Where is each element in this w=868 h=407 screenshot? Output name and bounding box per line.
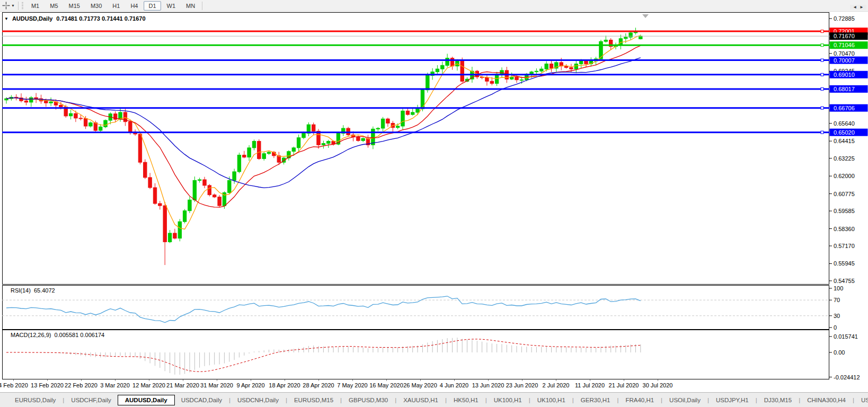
date-label: 30 Jul 2020 bbox=[632, 382, 683, 388]
main-chart-canvas[interactable]: 0.728850.704700.692450.656400.644150.632… bbox=[0, 12, 868, 285]
date-axis[interactable]: 4 Feb 202013 Feb 202022 Feb 20203 Mar 20… bbox=[0, 379, 868, 392]
line-handle bbox=[821, 131, 823, 134]
toolbar-separator bbox=[202, 2, 202, 10]
tab-scroll-arrows: ◄► bbox=[850, 5, 866, 10]
svg-text:0.68017: 0.68017 bbox=[834, 86, 855, 92]
svg-text:100: 100 bbox=[834, 285, 843, 291]
tab-usdcad-daily[interactable]: USDCAD,Daily bbox=[175, 395, 228, 405]
crosshair-tool-icon[interactable] bbox=[1, 1, 11, 11]
rsi-canvas[interactable]: 10070300 bbox=[0, 285, 868, 330]
svg-text:0.66706: 0.66706 bbox=[834, 105, 855, 111]
chart-symbol-period: AUDUSD,Daily bbox=[12, 15, 52, 22]
date-tick bbox=[47, 379, 48, 381]
line-handle bbox=[821, 59, 823, 61]
svg-text:0.65640: 0.65640 bbox=[834, 120, 855, 127]
date-tick bbox=[318, 379, 319, 381]
chart-tabs: EURUSD,Daily|USDCHF,DailyAUDUSD,DailyUSD… bbox=[0, 392, 868, 407]
svg-text:0.57170: 0.57170 bbox=[834, 243, 855, 249]
date-tick bbox=[386, 379, 387, 381]
svg-text:0.70007: 0.70007 bbox=[834, 57, 855, 64]
chart-ohlc-values: 0.71481 0.71773 0.71441 0.71670 bbox=[56, 15, 145, 22]
tab-usoil-h4[interactable]: USOil,H4 bbox=[855, 395, 868, 405]
main-chart-panel: 0.728850.704700.692450.656400.644150.632… bbox=[0, 12, 868, 285]
tab-hk50-h1[interactable]: HK50,H1 bbox=[447, 395, 485, 405]
timeframe-button-h1[interactable]: H1 bbox=[108, 1, 125, 11]
date-tick bbox=[454, 379, 455, 381]
date-tick bbox=[251, 379, 251, 381]
slow-ma-line bbox=[6, 58, 641, 188]
chart-title: ▼ AUDUSD,Daily 0.71481 0.71773 0.71441 0… bbox=[4, 15, 146, 22]
tab-eurusd-daily[interactable]: EURUSD,Daily bbox=[8, 395, 62, 405]
tab-ger30-h1[interactable]: GER30,H1 bbox=[574, 395, 617, 405]
line-handle bbox=[821, 107, 823, 109]
macd-panel: 0.0157410.00-0.024412 MACD(12,26,9) 0.00… bbox=[0, 330, 868, 379]
trading-platform-window: ▼ M1M5M15M30H1H4D1W1MN 0.728850.704700.6… bbox=[0, 0, 868, 407]
svg-text:0.71670: 0.71670 bbox=[834, 33, 855, 39]
date-tick bbox=[624, 379, 624, 381]
date-tick bbox=[352, 379, 353, 381]
svg-text:0: 0 bbox=[834, 324, 837, 330]
line-handle bbox=[821, 87, 823, 90]
svg-text:0.59585: 0.59585 bbox=[834, 208, 855, 214]
svg-text:0.60775: 0.60775 bbox=[834, 191, 855, 197]
tab-uk100-h1[interactable]: UK100,H1 bbox=[488, 395, 528, 405]
tab-xauusd-h1[interactable]: XAUUSD,H1 bbox=[397, 395, 445, 405]
tab-usdchf-daily[interactable]: USDCHF,Daily bbox=[65, 395, 117, 405]
line-handle bbox=[821, 73, 823, 76]
line-handle bbox=[821, 44, 823, 47]
svg-text:-0.024412: -0.024412 bbox=[834, 374, 860, 379]
timeframe-button-m1[interactable]: M1 bbox=[26, 1, 44, 11]
svg-text:0.58360: 0.58360 bbox=[834, 226, 855, 232]
tab-fra40-h1[interactable]: FRA40,H1 bbox=[619, 395, 660, 405]
timeframe-button-d1[interactable]: D1 bbox=[144, 1, 161, 11]
svg-text:0.00: 0.00 bbox=[834, 349, 845, 356]
macd-values: 0.005581 0.006174 bbox=[54, 332, 104, 338]
svg-text:0.72885: 0.72885 bbox=[834, 15, 855, 22]
date-tick bbox=[217, 379, 217, 381]
timeframe-toolbar: M1M5M15M30H1H4D1W1MN bbox=[26, 1, 200, 11]
svg-text:0.55945: 0.55945 bbox=[834, 260, 855, 267]
date-tick bbox=[115, 379, 116, 381]
date-tick bbox=[420, 379, 421, 381]
timeframe-button-h4[interactable]: H4 bbox=[126, 1, 143, 11]
rsi-panel: 10070300 RSI(14) 65.4072 bbox=[0, 285, 868, 330]
svg-text:30: 30 bbox=[834, 313, 840, 319]
date-tick bbox=[149, 379, 149, 381]
timeframe-button-mn[interactable]: MN bbox=[181, 1, 200, 11]
tab-usdcnh-daily[interactable]: USDCNH,Daily bbox=[231, 395, 285, 405]
rsi-label: RSI(14) 65.4072 bbox=[11, 287, 55, 294]
tool-dropdown-arrow[interactable]: ▼ bbox=[11, 4, 15, 7]
svg-text:0.64415: 0.64415 bbox=[834, 138, 855, 144]
svg-text:0.54755: 0.54755 bbox=[834, 278, 855, 284]
date-tick bbox=[658, 379, 658, 381]
tab-usoil-daily[interactable]: USOil,Daily bbox=[663, 395, 707, 405]
tab-china300-h4[interactable]: CHINA300,H4 bbox=[801, 395, 852, 405]
date-tick bbox=[285, 379, 285, 381]
symbol-dropdown-caret[interactable]: ▼ bbox=[4, 16, 8, 21]
timeframe-button-m5[interactable]: M5 bbox=[45, 1, 63, 11]
chart-shift-marker bbox=[642, 14, 649, 18]
date-tick bbox=[488, 379, 489, 381]
tab-usdjpy-h1[interactable]: USDJPY,H1 bbox=[710, 395, 755, 405]
timeframe-button-m30[interactable]: M30 bbox=[86, 1, 107, 11]
macd-canvas[interactable]: 0.0157410.00-0.024412 bbox=[0, 330, 868, 379]
tab-eurusd-m15[interactable]: EURUSD,M15 bbox=[288, 395, 340, 405]
date-tick bbox=[522, 379, 522, 381]
rsi-value: 65.4072 bbox=[34, 287, 55, 294]
tab-dj30-m15[interactable]: DJ30,M15 bbox=[758, 395, 798, 405]
timeframe-button-m15[interactable]: M15 bbox=[64, 1, 85, 11]
svg-text:0.65020: 0.65020 bbox=[834, 129, 855, 136]
tab-scroll-left-button[interactable]: ◄ bbox=[853, 5, 860, 10]
date-tick bbox=[183, 379, 183, 381]
tab-audusd-daily[interactable]: AUDUSD,Daily bbox=[118, 395, 175, 405]
date-tick bbox=[13, 379, 14, 381]
timeframe-button-w1[interactable]: W1 bbox=[162, 1, 181, 11]
tab-scroll-right-button[interactable]: ► bbox=[860, 5, 866, 10]
svg-text:0.63225: 0.63225 bbox=[834, 155, 855, 162]
tab-uk100-h1[interactable]: UK100,H1 bbox=[531, 395, 572, 405]
tab-gbpusd-m30[interactable]: GBPUSD,M30 bbox=[342, 395, 394, 405]
macd-signal-line bbox=[6, 339, 641, 371]
svg-text:0.62000: 0.62000 bbox=[834, 173, 855, 179]
svg-text:0.71046: 0.71046 bbox=[834, 42, 855, 48]
toolbar-drag-grip[interactable] bbox=[22, 2, 23, 10]
